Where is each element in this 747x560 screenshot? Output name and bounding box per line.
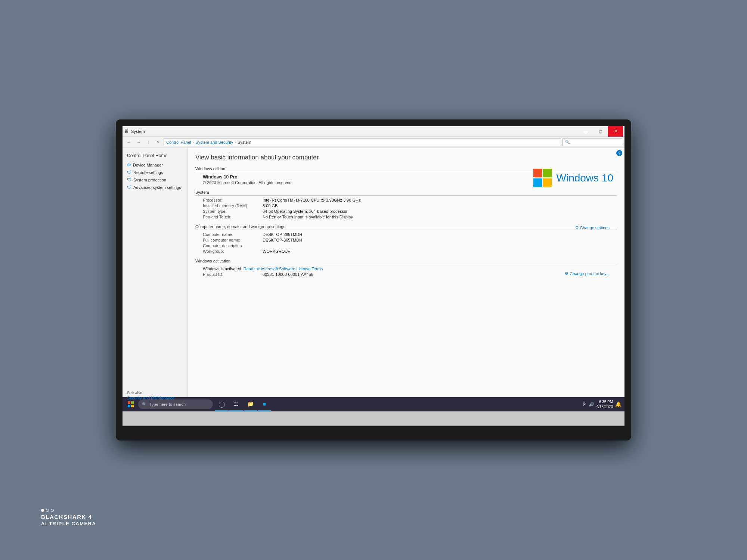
window-icon: 🖥 bbox=[124, 128, 129, 134]
title-bar: 🖥 System — □ ✕ bbox=[123, 126, 624, 137]
taskbar-app-store[interactable]: ■ bbox=[258, 398, 271, 411]
minimize-button[interactable]: — bbox=[578, 126, 593, 137]
activation-link[interactable]: Read the Microsoft Software License Term… bbox=[244, 267, 323, 271]
sidebar-item-remote-settings[interactable]: 🛡 Remote settings bbox=[123, 169, 187, 176]
help-icon[interactable]: ? bbox=[616, 150, 622, 156]
computer-name-row-label: Workgroup: bbox=[203, 249, 263, 253]
advanced-settings-icon: 🛡 bbox=[127, 185, 131, 190]
svg-rect-2 bbox=[533, 178, 542, 187]
computer-name-row-value: DESKTOP-365TMDH bbox=[263, 238, 302, 242]
breadcrumb-item-3: System bbox=[238, 140, 251, 144]
desktop: 🖥 System — □ ✕ ← → ↑ ↻ Cont bbox=[123, 126, 624, 411]
svg-rect-3 bbox=[543, 178, 552, 187]
window-title: System bbox=[131, 129, 145, 134]
taskbar-app-file-explorer[interactable]: 📁 bbox=[244, 398, 257, 411]
breadcrumb-item-1[interactable]: Control Panel bbox=[166, 140, 191, 144]
computer-name-row-label: Computer description: bbox=[203, 243, 263, 248]
clock-time: 6:35 PM bbox=[599, 399, 613, 404]
main-panel: ? View basic information about your comp… bbox=[188, 148, 624, 397]
device-manager-icon: ⚙ bbox=[127, 162, 131, 168]
change-product-key-button[interactable]: ⚙ Change product key... bbox=[565, 271, 610, 276]
refresh-button[interactable]: ↻ bbox=[154, 138, 162, 146]
monitor-screen: 🖥 System — □ ✕ ← → ↑ ↻ Cont bbox=[123, 126, 624, 426]
close-button[interactable]: ✕ bbox=[608, 126, 623, 137]
clock-date: 4/18/2023 bbox=[596, 404, 613, 409]
system-row: Installed memory (RAM):8.00 GB bbox=[203, 203, 617, 208]
system-row-value: 8.00 GB bbox=[263, 203, 278, 208]
svg-rect-6 bbox=[128, 405, 130, 407]
maximize-button[interactable]: □ bbox=[593, 126, 608, 137]
back-button[interactable]: ← bbox=[125, 138, 133, 146]
content-area: Control Panel Home ⚙ Device Manager 🛡 Re… bbox=[123, 148, 624, 397]
svg-rect-5 bbox=[131, 401, 134, 404]
product-key-icon: ⚙ bbox=[565, 271, 568, 276]
start-icon bbox=[128, 401, 134, 407]
system-row: Pen and Touch:No Pen or Touch Input is a… bbox=[203, 215, 617, 219]
system-row-label: Pen and Touch: bbox=[203, 215, 263, 219]
volume-icon: 🔊 bbox=[589, 402, 594, 407]
breadcrumb: Control Panel › System and Security › Sy… bbox=[164, 138, 561, 146]
gear-icon: ⚙ bbox=[575, 225, 579, 230]
page-title: View basic information about your comput… bbox=[195, 154, 617, 161]
search-taskbar-icon: 🔍 bbox=[142, 402, 147, 407]
computer-name-row-value: WORKGROUP bbox=[263, 249, 291, 253]
search-bar[interactable]: 🔍 bbox=[562, 138, 622, 146]
product-id-label: Product ID: bbox=[203, 272, 263, 277]
taskbar-icons: ⎘ 🔊 bbox=[583, 402, 594, 407]
taskbar-app-task-view[interactable]: ☷ bbox=[229, 398, 243, 411]
system-row-label: Processor: bbox=[203, 198, 263, 202]
breadcrumb-item-2[interactable]: System and Security bbox=[195, 140, 233, 144]
time-display[interactable]: 6:35 PM 4/18/2023 bbox=[596, 399, 613, 409]
forward-button[interactable]: → bbox=[134, 138, 143, 146]
computer-name-row: Workgroup:WORKGROUP bbox=[203, 249, 617, 253]
activation-header: Windows activation bbox=[195, 259, 617, 264]
address-bar: ← → ↑ ↻ Control Panel › System and Secur… bbox=[123, 137, 624, 148]
sidebar-label-device-manager: Device Manager bbox=[133, 163, 163, 167]
computer-name-row-label: Computer name: bbox=[203, 232, 263, 237]
sidebar-home[interactable]: Control Panel Home bbox=[123, 152, 187, 161]
activation-status: Windows is activated bbox=[203, 267, 241, 271]
computer-name-row: Full computer name:DESKTOP-365TMDH bbox=[203, 238, 617, 242]
taskbar: 🔍 Type here to search ◯ ☷ 📁 ■ bbox=[123, 397, 624, 411]
system-section: System Processor:Intel(R) Core(TM) i3-71… bbox=[195, 190, 617, 219]
windows-activation-section: Windows activation Windows is activated … bbox=[195, 259, 617, 277]
taskbar-app-cortana[interactable]: ◯ bbox=[215, 398, 229, 411]
camera-brand: BLACKSHARK 4 bbox=[41, 513, 96, 521]
computer-name-row: Computer name:DESKTOP-365TMDH bbox=[203, 232, 617, 237]
camera-dot-hollow-1 bbox=[46, 509, 49, 512]
camera-dot-filled bbox=[41, 509, 44, 512]
task-view-icon: ☷ bbox=[234, 401, 239, 407]
sidebar-item-device-manager[interactable]: ⚙ Device Manager bbox=[123, 161, 187, 169]
system-row: System type:64-bit Operating System, x64… bbox=[203, 209, 617, 214]
system-row-value: 64-bit Operating System, x64-based proce… bbox=[263, 209, 347, 214]
system-row-value: Intel(R) Core(TM) i3-7100 CPU @ 3.90GHz … bbox=[263, 198, 360, 202]
system-row-label: System type: bbox=[203, 209, 263, 214]
windows-logo-icon bbox=[533, 168, 552, 188]
file-explorer-icon: 📁 bbox=[247, 401, 254, 407]
windows-logo-area: Windows 10 bbox=[533, 168, 613, 188]
svg-rect-4 bbox=[128, 401, 130, 404]
sidebar: Control Panel Home ⚙ Device Manager 🛡 Re… bbox=[123, 148, 188, 397]
sidebar-label-remote-settings: Remote settings bbox=[133, 170, 163, 175]
sidebar-item-advanced-settings[interactable]: 🛡 Advanced system settings bbox=[123, 184, 187, 191]
system-row: Processor:Intel(R) Core(TM) i3-7100 CPU … bbox=[203, 198, 617, 202]
computer-name-section: Computer name, domain, and workgroup set… bbox=[195, 224, 617, 253]
see-also-link[interactable]: Security and Maintenance bbox=[127, 396, 174, 397]
svg-rect-0 bbox=[533, 169, 542, 177]
camera-label-area: BLACKSHARK 4 AI TRIPLE CAMERA bbox=[41, 509, 96, 526]
see-also-title: See also bbox=[127, 391, 174, 395]
breadcrumb-sep-2: › bbox=[235, 140, 236, 144]
sidebar-item-system-protection[interactable]: 🛡 System protection bbox=[123, 176, 187, 184]
search-taskbar[interactable]: 🔍 Type here to search bbox=[138, 399, 213, 409]
up-button[interactable]: ↑ bbox=[144, 138, 152, 146]
notification-button[interactable]: 🔔 bbox=[615, 401, 622, 407]
network-icon: ⎘ bbox=[583, 402, 586, 407]
camera-subtitle: AI TRIPLE CAMERA bbox=[41, 521, 96, 526]
system-row-label: Installed memory (RAM): bbox=[203, 203, 263, 208]
computer-name-row: Computer description: bbox=[203, 243, 617, 248]
system-protection-icon: 🛡 bbox=[127, 177, 131, 183]
search-icon: 🔍 bbox=[565, 140, 570, 144]
change-settings-button[interactable]: ⚙ Change settings bbox=[575, 225, 610, 230]
breadcrumb-sep-1: › bbox=[193, 140, 194, 144]
system-window: 🖥 System — □ ✕ ← → ↑ ↻ Cont bbox=[123, 126, 624, 411]
